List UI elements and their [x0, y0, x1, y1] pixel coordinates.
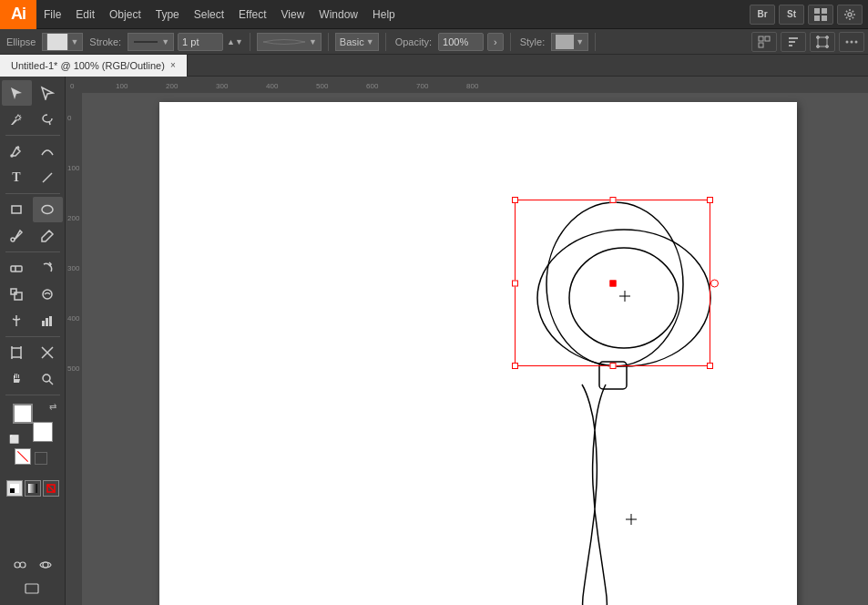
svg-rect-8: [759, 43, 763, 47]
tool-row-type: T: [2, 165, 64, 190]
svg-point-66: [569, 248, 679, 348]
type-tool[interactable]: T: [2, 165, 32, 190]
svg-rect-47: [26, 584, 38, 593]
menu-effect[interactable]: Effect: [231, 0, 273, 28]
menu-file[interactable]: File: [36, 0, 68, 28]
bridge-icon[interactable]: Br: [750, 5, 775, 25]
svg-text:500: 500: [316, 82, 329, 90]
warp-tool[interactable]: [33, 282, 63, 307]
tab-bar: Untitled-1* @ 100% (RGB/Outline) ×: [0, 55, 868, 77]
more-icon[interactable]: [839, 32, 864, 52]
bottom-utility-icons: [8, 554, 57, 605]
stroke-weight-arrow[interactable]: ▲▼: [227, 37, 243, 46]
svg-text:300: 300: [216, 82, 229, 90]
svg-text:100: 100: [67, 164, 80, 172]
stock-icon[interactable]: St: [779, 5, 804, 25]
menu-object[interactable]: Object: [102, 0, 148, 28]
bg-color-swatch[interactable]: [33, 422, 53, 442]
slice-tool[interactable]: [33, 340, 63, 365]
svg-text:200: 200: [166, 82, 179, 90]
divider-tools-5: [5, 395, 60, 395]
stroke-arrow[interactable]: ▼: [161, 37, 169, 46]
artboard-tool[interactable]: [2, 340, 32, 365]
tool-row-5: [2, 308, 64, 333]
menu-window[interactable]: Window: [311, 0, 365, 28]
color-mode-btn[interactable]: [6, 480, 23, 497]
opacity-input[interactable]: [438, 33, 484, 51]
menu-help[interactable]: Help: [365, 0, 403, 28]
style-arrow[interactable]: ▼: [366, 37, 374, 46]
line-tool[interactable]: [33, 165, 63, 190]
tool-row-transform: [2, 255, 64, 281]
utility-row-1: [8, 554, 57, 576]
graph-tool[interactable]: [33, 308, 63, 333]
canvas-area[interactable]: 0 100 200 300 400 500 600 700 800 0 100 …: [66, 77, 868, 605]
edit-symbol-icon[interactable]: [8, 554, 32, 576]
width-tool[interactable]: [2, 308, 32, 333]
fill-swatch-box[interactable]: ▼: [42, 33, 83, 51]
tool-row-1: [2, 80, 64, 106]
svg-point-4: [848, 13, 852, 16]
svg-point-65: [537, 230, 710, 366]
document-tab[interactable]: Untitled-1* @ 100% (RGB/Outline) ×: [0, 55, 188, 77]
divider-tools-2: [5, 193, 60, 194]
align-icon[interactable]: [781, 32, 806, 52]
menu-edit[interactable]: Edit: [68, 0, 102, 28]
magic-wand-tool[interactable]: [2, 107, 32, 132]
gradient-mode-btn[interactable]: [25, 480, 41, 497]
hand-tool[interactable]: [2, 366, 32, 392]
style2-label: Style:: [517, 36, 548, 47]
divider-3: [385, 33, 386, 51]
menu-view[interactable]: View: [274, 0, 312, 28]
tab-close-btn[interactable]: ×: [170, 60, 176, 70]
curvature-tool[interactable]: [33, 138, 63, 164]
artboard-nav-icon[interactable]: [21, 578, 45, 600]
menu-select[interactable]: Select: [187, 0, 231, 28]
none-mode-btn[interactable]: [43, 480, 59, 497]
mode-buttons: [6, 480, 59, 497]
canvas-inner: [82, 93, 868, 605]
menu-items: File Edit Object Type Select Effect View…: [36, 0, 403, 28]
artboard: [159, 102, 797, 605]
style2-arrow[interactable]: ▼: [576, 37, 584, 46]
stroke-weight-input[interactable]: [178, 33, 223, 51]
opacity-more-btn[interactable]: ›: [487, 33, 504, 51]
ellipse-tool[interactable]: [33, 197, 63, 222]
lasso-tool[interactable]: [33, 107, 63, 132]
variable-width-box[interactable]: ▼: [257, 33, 322, 51]
svg-point-23: [42, 206, 53, 214]
pen-tool[interactable]: [2, 138, 32, 164]
stroke-profile-arrow[interactable]: ▼: [309, 37, 317, 46]
fill-swatch[interactable]: [46, 33, 68, 51]
style-box[interactable]: Basic ▼: [335, 33, 379, 51]
scale-tool[interactable]: [2, 282, 32, 307]
fg-color-swatch[interactable]: [13, 404, 33, 424]
fill-arrow[interactable]: ▼: [70, 37, 78, 46]
swap-colors-icon[interactable]: ⇄: [49, 402, 56, 412]
rotate-tool[interactable]: [33, 255, 63, 281]
tool-row-3: [2, 138, 64, 164]
workspace-icon[interactable]: [808, 5, 833, 25]
rect-tool[interactable]: [2, 197, 32, 222]
pencil-tool[interactable]: [33, 223, 63, 249]
svg-point-16: [826, 45, 829, 47]
svg-point-13: [817, 36, 820, 38]
svg-rect-9: [789, 37, 798, 39]
default-colors-icon[interactable]: ⬜: [9, 435, 19, 444]
zoom-tool[interactable]: [33, 366, 63, 392]
stroke-box[interactable]: ▼: [128, 33, 174, 51]
fill-box[interactable]: [15, 448, 31, 465]
svg-point-14: [826, 36, 829, 38]
menu-type[interactable]: Type: [148, 0, 187, 28]
paintbrush-tool[interactable]: [2, 223, 32, 249]
transform-icon[interactable]: [810, 32, 835, 52]
settings-icon[interactable]: [837, 5, 863, 25]
layer-visibility-icon[interactable]: [34, 554, 57, 576]
stroke-box[interactable]: [35, 452, 47, 465]
style2-box[interactable]: ▼: [551, 33, 588, 51]
eraser-tool[interactable]: [2, 255, 32, 281]
direct-select-tool[interactable]: [33, 80, 63, 106]
ruler-v-marks: 0 100 200 300 400 500: [66, 93, 82, 605]
selection-tool[interactable]: [2, 80, 32, 106]
arrange-icon[interactable]: [751, 32, 777, 52]
